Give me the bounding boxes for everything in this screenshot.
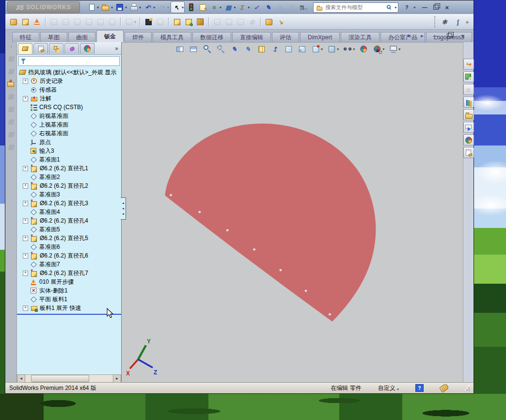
displaymanager-tab[interactable] <box>80 43 95 54</box>
tree-item[interactable]: 上视基准面 <box>17 120 121 129</box>
tree-item[interactable]: +Ø6.2 (6.2) 直径孔6 <box>17 251 121 260</box>
graphics-viewport[interactable]: ✎✎↥▾▾▾▾▾ YXZ <box>122 42 463 382</box>
open-document-button[interactable]: ▾ <box>100 2 113 13</box>
expand-toggle[interactable]: + <box>23 201 28 206</box>
search-box[interactable]: ▾ <box>313 2 398 13</box>
redo-dropdown[interactable]: ▾ <box>167 5 169 10</box>
tab-焊件[interactable]: 焊件 <box>125 32 152 42</box>
display-style-menu-dropdown[interactable]: ▾ <box>337 47 339 51</box>
insert-table-button[interactable]: ▦▾ <box>223 2 236 13</box>
tree-item[interactable]: 基准面5 <box>17 225 121 234</box>
normal-to-button[interactable]: ↥ <box>269 44 280 54</box>
tree-item[interactable]: CRS CQ (CSTB) <box>17 103 121 112</box>
image-folder-tool-button[interactable] <box>6 78 16 89</box>
logopress-unfold-button[interactable] <box>264 16 274 27</box>
expand-toggle[interactable]: + <box>23 79 28 84</box>
hole[interactable] <box>253 248 255 251</box>
tree-item[interactable]: 基准面4 <box>17 208 121 216</box>
view-settings-dropdown[interactable]: ▾ <box>398 47 400 51</box>
tab-曲面[interactable]: 曲面 <box>68 32 95 42</box>
scrollbar-right-arrow[interactable]: ► <box>113 374 121 383</box>
expand-toggle[interactable]: + <box>23 271 28 276</box>
flat-pattern-body[interactable] <box>165 124 376 322</box>
tab-钣金[interactable]: 钣金 <box>96 30 124 42</box>
panel-horizontal-scrollbar[interactable]: ◄ ► <box>17 374 121 382</box>
tree-item[interactable]: 010 展开步骤 <box>17 277 121 286</box>
tab-特征[interactable]: 特征 <box>12 32 39 42</box>
tab-DimXpert[interactable]: DimXpert <box>300 32 340 42</box>
restore-button[interactable] <box>431 3 441 12</box>
file-explorer-button[interactable] <box>463 109 474 120</box>
tree-item[interactable]: +板料1 展开 快速 <box>17 304 121 312</box>
view-orientation-button[interactable] <box>283 44 294 54</box>
zoom-to-fit-button[interactable] <box>202 44 212 54</box>
undo-dropdown[interactable]: ▾ <box>153 5 155 10</box>
select-pointer-dropdown[interactable]: ▾ <box>182 5 184 10</box>
status-help-icon[interactable]: ? <box>415 384 424 392</box>
expand-toggle[interactable]: + <box>23 236 28 241</box>
mini-toolbar-chevron[interactable]: » <box>466 19 469 25</box>
doc-restore-button[interactable] <box>444 32 454 40</box>
scroll-tabs-right-button[interactable]: ► <box>417 32 427 40</box>
tab-评估[interactable]: 评估 <box>272 32 299 42</box>
tree-item[interactable]: +Ø6.2 (6.2) 直径孔1 <box>17 164 121 173</box>
display-style-menu-button[interactable]: ▾ <box>326 44 339 54</box>
tree-item[interactable]: 传感器 <box>17 85 121 94</box>
hole[interactable] <box>329 313 331 316</box>
expand-toggle[interactable]: + <box>23 253 28 258</box>
search-input[interactable] <box>324 4 383 11</box>
tree-item[interactable]: +注解 <box>17 94 121 103</box>
display-style-button[interactable] <box>297 44 307 54</box>
measure-button[interactable]: Σ▾ <box>237 2 250 13</box>
fold-button[interactable] <box>183 16 194 27</box>
save-button[interactable]: ▾ <box>114 2 127 13</box>
tree-item[interactable]: 右视基准面 <box>17 129 121 138</box>
hole[interactable] <box>199 211 201 213</box>
hole[interactable] <box>226 229 229 231</box>
logopress-strip-design-button[interactable]: ↪ <box>463 59 474 70</box>
undo-button[interactable]: ↶▾ <box>142 2 156 13</box>
options-list-dropdown[interactable]: ▾ <box>220 5 221 10</box>
rollback-bar[interactable] <box>17 314 121 315</box>
tab-数据迁移[interactable]: 数据迁移 <box>192 32 231 42</box>
hole[interactable] <box>305 290 307 292</box>
hide-show-eyeglasses-button[interactable]: ▾ <box>342 44 355 54</box>
previous-view-button[interactable]: ✎ <box>229 44 239 54</box>
rebuild-traffic-light-button[interactable] <box>186 2 196 13</box>
tree-item[interactable]: +Ø6.2 (6.2) 直径孔3 <box>17 199 121 208</box>
tree-item-root[interactable]: 挡风玻璃 (默认<<默认>_外观 显示 <box>17 68 121 77</box>
tab-模具工具[interactable]: 模具工具 <box>153 32 191 42</box>
open-document-dropdown[interactable]: ▾ <box>111 5 113 10</box>
view-settings-button[interactable]: ▾ <box>388 44 401 54</box>
tree-item[interactable]: 前视基准面 <box>17 112 121 120</box>
lofted-bend-button[interactable] <box>32 16 42 27</box>
tree-item[interactable]: 输入3 <box>17 146 121 155</box>
3d-drawing-view-button[interactable]: ✎ <box>242 44 253 54</box>
status-tag-icon[interactable] <box>439 383 449 393</box>
doc-close-button[interactable]: × <box>458 32 468 40</box>
measure-dropdown[interactable]: ▾ <box>248 5 250 10</box>
configurationmanager-tab[interactable] <box>49 43 63 54</box>
hole[interactable] <box>279 269 282 272</box>
print-dropdown[interactable]: ▾ <box>139 5 141 10</box>
select-pointer-button[interactable]: ↖▾ <box>171 1 185 13</box>
resize-grip[interactable] <box>465 386 470 390</box>
search-icon[interactable] <box>386 4 392 11</box>
magic-wand-button[interactable]: ✻ <box>439 16 450 27</box>
featuremanager-tree-tab[interactable] <box>18 43 32 54</box>
new-document-dropdown[interactable]: ▾ <box>97 5 99 10</box>
tree-item[interactable]: +Ø6.2 (6.2) 直径孔5 <box>17 234 121 242</box>
tree-filter-box[interactable] <box>18 56 120 66</box>
unfold-button[interactable] <box>172 16 182 27</box>
design-library-button[interactable] <box>463 97 474 108</box>
edit-appearance-button[interactable] <box>358 44 369 54</box>
print-button[interactable]: ▾ <box>128 2 142 13</box>
expand-toggle[interactable]: + <box>23 183 28 189</box>
viewport-split-two-button[interactable] <box>174 44 185 54</box>
help-button[interactable]: ? <box>402 3 411 12</box>
panel-tabs-overflow-chevron[interactable]: » <box>115 45 118 52</box>
doc-minimize-button[interactable]: — <box>431 32 441 40</box>
section-view-button[interactable] <box>256 44 267 54</box>
spell-check-button[interactable]: ✓ <box>251 2 262 13</box>
tree-item[interactable]: +历史记录 <box>17 77 121 85</box>
